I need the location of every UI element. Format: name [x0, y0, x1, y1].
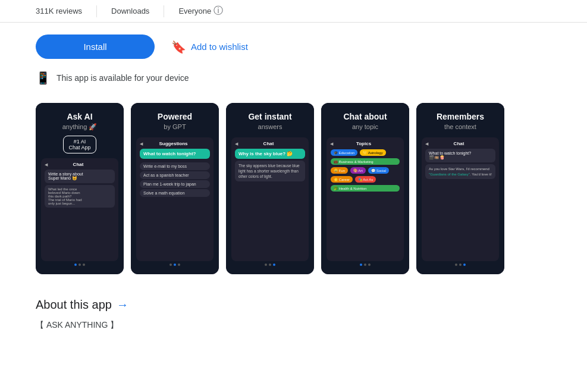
- ss5-prompt: What to watch tonight?🎬🎞️🍿: [425, 149, 495, 162]
- ss1-user-msg: Write a story aboutSuper Mario 😺: [45, 170, 115, 183]
- ss3-title: Get instant: [248, 111, 291, 122]
- topic-actas[interactable]: 🎭 Act As: [355, 176, 376, 183]
- topic-career[interactable]: 🌟 Career: [331, 176, 353, 183]
- ss1-subtitle: anything 🚀: [62, 123, 98, 131]
- ss4-phone: ◀ Topics 🎓 Education 💛 Astrology 💼 Busin…: [327, 137, 404, 261]
- reviews-count: 311K reviews: [36, 7, 82, 15]
- ss2-sug3: Plan me 1-week trip to japan: [140, 180, 210, 188]
- downloads-label: Downloads: [111, 7, 149, 15]
- wishlist-label: Add to wishlist: [191, 42, 248, 52]
- ss3-dots: [265, 261, 275, 266]
- about-description: 【 ASK ANYTHING 】: [36, 319, 551, 331]
- info-icon[interactable]: ⓘ: [214, 5, 223, 17]
- wishlist-button[interactable]: 🔖 Add to wishlist: [164, 35, 255, 59]
- topic-art[interactable]: 🎨 Art: [350, 167, 366, 174]
- ss4-dots: [360, 261, 371, 266]
- ss2-sug1: Write e-mail to my boss: [140, 162, 210, 170]
- about-header: About this app →: [36, 298, 551, 312]
- rating-label: Everyone: [178, 7, 211, 15]
- ss2-dots: [169, 261, 180, 266]
- arrow-icon[interactable]: →: [117, 298, 128, 312]
- about-title: About this app: [36, 298, 112, 312]
- ss2-prompt: What to watch tonight?: [140, 149, 210, 159]
- ss2-sug4: Solve a math equation: [140, 189, 210, 197]
- device-icon: 📱: [36, 71, 51, 85]
- screenshot-5[interactable]: Remembers the context ◀ Chat What to wat…: [416, 103, 504, 274]
- about-section: About this app → 【 ASK ANYTHING 】: [0, 292, 587, 337]
- topic-education[interactable]: 🎓 Education: [331, 149, 357, 156]
- ss5-subtitle: the context: [444, 123, 476, 130]
- ss2-subtitle: by GPT: [164, 123, 186, 130]
- ss3-question: Why is the sky blue? 🤔: [235, 149, 305, 159]
- reviews-stat: 311K reviews: [36, 7, 96, 15]
- rating-stat: Everyone ⓘ: [164, 5, 237, 17]
- ss5-phone: ◀ Chat What to watch tonight?🎬🎞️🍿 As you…: [422, 137, 499, 261]
- ss1-badge: #1 AIChat App: [63, 136, 96, 153]
- ss3-phone: ◀ Chat Why is the sky blue? 🤔 The sky ap…: [231, 137, 309, 261]
- topic-business[interactable]: 💼 Business & Marketing: [331, 158, 400, 165]
- screenshot-3[interactable]: Get instant answers ◀ Chat Why is the sk…: [226, 103, 314, 274]
- screenshots-section: Ask AI anything 🚀 #1 AIChat App ◀ Chat W…: [0, 97, 587, 292]
- device-notice-text: This app is available for your device: [56, 73, 189, 83]
- bookmark-icon: 🔖: [171, 40, 186, 54]
- topic-social[interactable]: 💬 Social: [368, 167, 389, 174]
- ss3-subtitle: answers: [258, 123, 282, 130]
- ss2-sug2: Act as a spanish teacher: [140, 171, 210, 179]
- action-area: Install 🔖 Add to wishlist: [0, 23, 587, 71]
- ss5-dots: [455, 261, 466, 266]
- screenshot-1[interactable]: Ask AI anything 🚀 #1 AIChat App ◀ Chat W…: [36, 103, 124, 274]
- screenshot-4[interactable]: Chat about any topic ◀ Topics 🎓 Educatio…: [321, 103, 409, 274]
- downloads-stat: Downloads: [97, 7, 164, 15]
- stats-bar: 311K reviews Downloads Everyone ⓘ: [0, 0, 587, 23]
- ss2-title: Powered: [158, 111, 192, 122]
- topic-fun[interactable]: 😄 Fun: [331, 167, 348, 174]
- screenshots-container: Ask AI anything 🚀 #1 AIChat App ◀ Chat W…: [36, 103, 551, 274]
- ss5-title: Remembers: [437, 111, 484, 122]
- ss1-title: Ask AI: [67, 111, 92, 122]
- install-button[interactable]: Install: [36, 35, 155, 59]
- ss4-subtitle: any topic: [352, 123, 378, 130]
- screenshot-2[interactable]: Powered by GPT ◀ Suggestions What to wat…: [131, 103, 219, 274]
- topic-astrology[interactable]: 💛 Astrology: [360, 149, 385, 156]
- topic-health[interactable]: 🥦 Health & Nutrition: [331, 185, 400, 192]
- ss1-dots: [74, 261, 85, 266]
- ss4-title: Chat about: [343, 111, 387, 122]
- ss2-phone: ◀ Suggestions What to watch tonight? Wri…: [136, 137, 214, 261]
- ss1-phone: ◀ Chat Write a story aboutSuper Mario 😺 …: [41, 158, 118, 261]
- device-notice: 📱 This app is available for your device: [0, 71, 587, 97]
